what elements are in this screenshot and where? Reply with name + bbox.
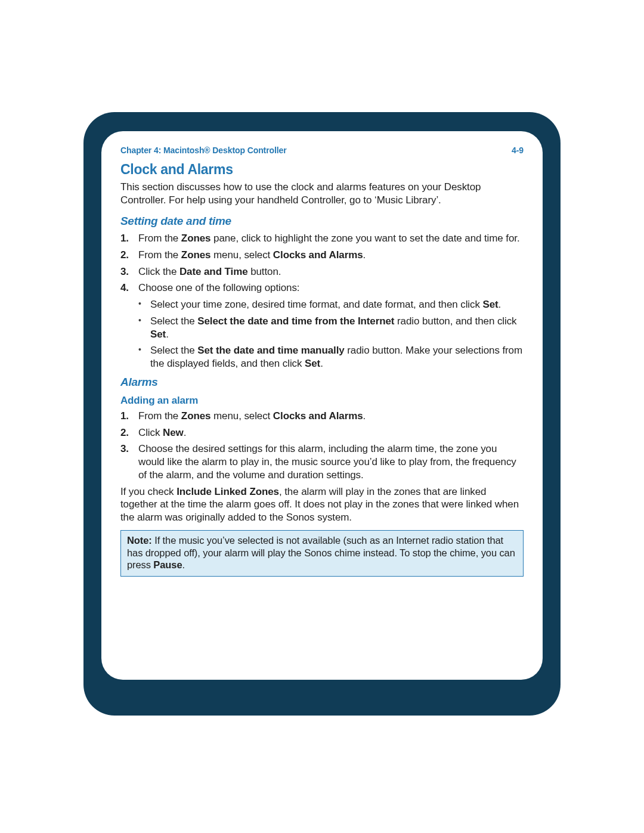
note-label: Note: [127, 535, 154, 546]
page-content: Chapter 4: Macintosh® Desktop Controller… [101, 131, 543, 680]
section-heading-setting-date-time: Setting date and time [120, 214, 524, 228]
step-item: 3. Click the Date and Time button. [120, 265, 524, 278]
step-text: Choose the desired settings for this ala… [138, 443, 516, 481]
step-item: 1. From the Zones pane, click to highlig… [120, 232, 524, 245]
page-number: 4-9 [512, 145, 524, 156]
intro-paragraph: This section discusses how to use the cl… [120, 181, 524, 207]
step-number: 2. [120, 426, 129, 439]
document-canvas: Chapter 4: Macintosh® Desktop Controller… [0, 0, 644, 833]
step-item: 3. Choose the desired settings for this … [120, 442, 524, 481]
step-item: 2. From the Zones menu, select Clocks an… [120, 249, 524, 262]
step-number: 1. [120, 232, 129, 245]
step-number: 3. [120, 265, 129, 278]
step-item: 1. From the Zones menu, select Clocks an… [120, 410, 524, 423]
step-text: From the Zones menu, select Clocks and A… [138, 249, 366, 261]
step-text: From the Zones menu, select Clocks and A… [138, 410, 366, 422]
step-text: Click the Date and Time button. [138, 266, 281, 277]
bullet-item: Select your time zone, desired time form… [138, 298, 524, 311]
note-text: If the music you’ve selected is not avai… [127, 535, 515, 570]
step-number: 4. [120, 281, 129, 295]
adding-alarm-steps: 1. From the Zones menu, select Clocks an… [120, 410, 524, 482]
subheading-adding-alarm: Adding an alarm [120, 394, 524, 407]
step-item: 4. Choose one of the following options: [120, 281, 524, 295]
step-text: Click New. [138, 427, 186, 438]
step-item: 2. Click New. [120, 426, 524, 439]
step-text: Choose one of the following options: [138, 282, 299, 293]
bullet-item: Select the Set the date and time manuall… [138, 344, 524, 370]
step-number: 2. [120, 249, 129, 262]
step-text: From the Zones pane, click to highlight … [138, 233, 520, 244]
page-title: Clock and Alarms [120, 161, 524, 178]
section-heading-alarms: Alarms [120, 375, 524, 389]
running-header: Chapter 4: Macintosh® Desktop Controller… [120, 145, 524, 156]
page-frame: Chapter 4: Macintosh® Desktop Controller… [83, 112, 561, 716]
step-number: 1. [120, 410, 129, 423]
linked-zones-paragraph: If you check Include Linked Zones, the a… [120, 485, 524, 524]
setting-date-time-options: Select your time zone, desired time form… [120, 298, 524, 370]
setting-date-time-steps: 1. From the Zones pane, click to highlig… [120, 232, 524, 295]
bullet-item: Select the Select the date and time from… [138, 315, 524, 341]
note-box: Note: If the music you’ve selected is no… [120, 530, 524, 577]
chapter-label: Chapter 4: Macintosh® Desktop Controller [120, 145, 287, 156]
step-number: 3. [120, 442, 129, 456]
